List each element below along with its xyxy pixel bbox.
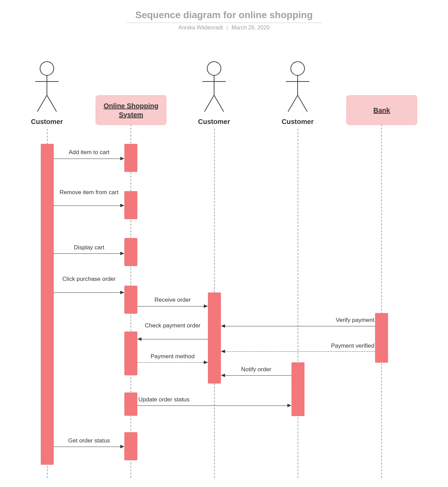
byline-separator: | <box>226 25 228 30</box>
message-arrow <box>54 205 124 206</box>
activation-system-7 <box>124 432 137 460</box>
message-label: Click purchase order <box>55 275 123 283</box>
actor-customer-2: Customer <box>200 61 228 123</box>
participant-label: Online Shopping System <box>96 101 166 119</box>
activation-system-2 <box>124 191 137 219</box>
message-label: Get order status <box>55 437 123 444</box>
message-arrow <box>54 253 124 254</box>
message-arrow <box>137 339 208 339</box>
activation-system-4 <box>124 286 137 314</box>
message-arrow <box>54 447 124 447</box>
message-arrow <box>54 292 124 293</box>
actor-customer-1: Customer <box>33 61 61 123</box>
message-label: Payment method <box>138 353 207 360</box>
author-name: Annika Wildenradt <box>178 25 223 30</box>
activation-bank <box>375 313 388 363</box>
message-arrow <box>221 326 375 326</box>
message-arrow <box>221 351 375 352</box>
lifeline-customer-3 <box>298 129 298 478</box>
page-title: Sequence diagram for online shopping <box>0 10 448 21</box>
actor-label: Customer <box>282 118 313 126</box>
message-arrow <box>137 405 291 406</box>
message-label: Add item to cart <box>55 149 123 156</box>
participant-box-system: Online Shopping System <box>96 95 166 125</box>
actor-label: Customer <box>31 118 63 126</box>
actor-customer-3: Customer <box>284 61 311 123</box>
message-label: Display cart <box>55 244 123 251</box>
message-arrow <box>137 306 208 307</box>
message-label: Receive order <box>138 296 207 303</box>
date-text: March 26, 2020 <box>232 25 270 30</box>
message-label: Update order status <box>138 396 222 403</box>
message-arrow <box>54 159 124 159</box>
activation-system-6 <box>124 392 137 416</box>
activation-customer-3 <box>291 362 304 416</box>
participant-box-bank: Bank <box>346 95 417 125</box>
message-label: Verify payment <box>290 316 374 324</box>
activation-system-1 <box>124 144 137 172</box>
message-label: Notify order <box>222 366 290 373</box>
actor-label: Customer <box>198 118 230 126</box>
activation-system-3 <box>124 238 137 266</box>
participant-label: Bank <box>373 106 390 115</box>
message-label: Remove item from cart <box>55 189 123 196</box>
message-label: Payment verified <box>290 342 374 349</box>
activation-customer-2 <box>208 292 221 384</box>
message-arrow <box>221 375 291 376</box>
title-divider <box>127 23 322 23</box>
activation-customer-1 <box>41 144 54 465</box>
message-arrow <box>137 362 208 363</box>
lifeline-bank <box>381 124 382 478</box>
byline: Annika Wildenradt | March 26, 2020 <box>0 25 448 31</box>
activation-system-5 <box>124 332 137 375</box>
message-label: Check payment order <box>138 322 207 329</box>
